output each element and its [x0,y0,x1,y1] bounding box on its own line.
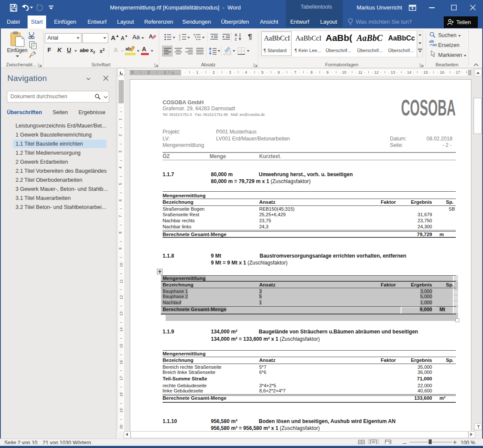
svg-text:Z: Z [235,37,237,41]
svg-text:A: A [235,33,237,37]
svg-text:3: 3 [179,38,181,40]
